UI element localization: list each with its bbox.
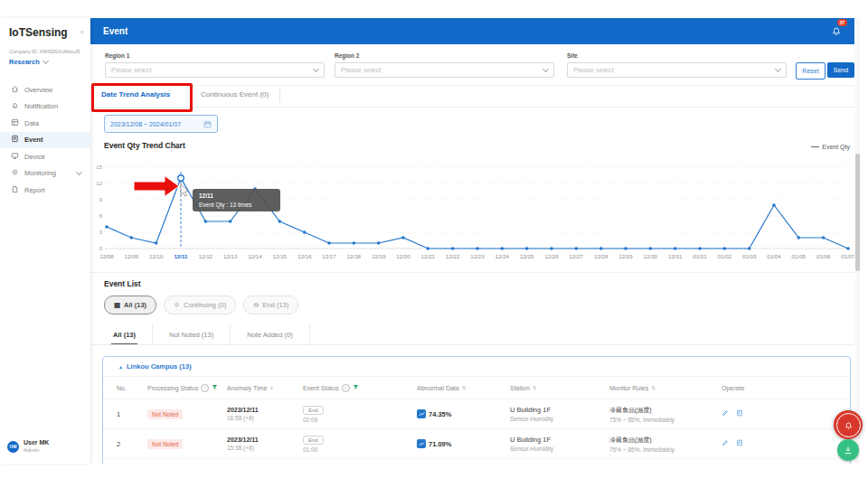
add-note-icon[interactable] (736, 409, 743, 418)
filter-pill-end-13[interactable]: ⊖End (13) (243, 296, 298, 314)
processing-status-badge: Not Noted (147, 439, 183, 449)
user-block[interactable]: UM User MK Admin (7, 439, 49, 454)
svg-text:3: 3 (99, 230, 103, 235)
column-header-station[interactable]: Station⇅ (510, 385, 609, 391)
sidebar-item-overview[interactable]: Overview (0, 81, 90, 99)
sort-caret-down-icon[interactable]: ∨ (269, 385, 273, 390)
add-note-icon[interactable] (736, 439, 743, 448)
table-group-header[interactable]: ▴ Linkou Campus (13) (103, 357, 850, 377)
legend-line-icon (811, 146, 819, 148)
tab-not-noted-13[interactable]: Not Noted (13) (153, 324, 231, 345)
bell-icon (11, 101, 19, 111)
sidebar-item-monitoring[interactable]: Monitoring (0, 165, 90, 183)
column-header-no: No. (103, 385, 147, 391)
column-header-event-status[interactable]: Event Statusi (303, 384, 417, 392)
tab-label: Not Noted (13) (169, 331, 213, 339)
pill-label: All (13) (124, 301, 146, 309)
scrollbar-thumb[interactable] (855, 154, 860, 271)
sidebar-item-report[interactable]: Report (0, 182, 90, 199)
sidebar-collapse-icon[interactable]: « (80, 28, 84, 36)
tab-note-added-0[interactable]: Note Added (0) (231, 324, 309, 345)
sidebar-item-data[interactable]: Data (0, 115, 90, 132)
svg-text:12: 12 (96, 181, 102, 186)
table-body: 1Not Noted2023/12/1116:58 (+8)End02:0974… (103, 399, 850, 464)
download-fab-button[interactable] (837, 439, 859, 461)
send-button[interactable]: Send (827, 62, 854, 78)
svg-text:01/04: 01/04 (767, 253, 781, 259)
svg-text:0: 0 (99, 246, 103, 251)
svg-text:12/21: 12/21 (421, 253, 436, 259)
column-header-anomaly-time[interactable]: Anomaly Time∨ (227, 385, 303, 391)
chevron-down-icon (775, 66, 781, 72)
column-header-abnormal-data[interactable]: Abnormal Data⇅ (417, 385, 510, 391)
svg-text:12/28: 12/28 (594, 253, 609, 259)
sort-icon[interactable]: ⇅ (462, 385, 467, 390)
svg-text:01/01: 01/01 (693, 253, 707, 259)
sort-icon[interactable]: ⇅ (651, 385, 656, 390)
region1-placeholder: Please select (111, 66, 152, 74)
annotation-red-arrow (134, 176, 179, 197)
download-icon (844, 446, 853, 455)
home-icon (11, 85, 19, 95)
sidebar-item-event[interactable]: Event (0, 132, 90, 149)
event-qty-trend-chart[interactable]: 0369121512/0812/0912/1012/1112/1212/1312… (90, 161, 854, 278)
processing-status-badge: Not Noted (147, 409, 183, 419)
operate-cell (722, 439, 850, 448)
filter-funnel-icon[interactable] (212, 384, 218, 391)
org-selector[interactable]: Research (9, 58, 90, 66)
org-name: Research (9, 58, 40, 66)
sidebar-item-device[interactable]: Device (0, 148, 90, 165)
notification-bell-button[interactable]: 37 (831, 23, 842, 40)
sidebar-item-notification[interactable]: Notification (0, 99, 90, 116)
edit-pencil-icon[interactable] (722, 409, 729, 418)
edit-pencil-icon[interactable] (722, 439, 729, 448)
alarm-bell-icon (844, 420, 854, 430)
date-range-value: 2023/12/08 ~ 2024/01/07 (110, 121, 181, 127)
tab-all-13[interactable]: All (13) (104, 324, 153, 345)
svg-text:12/30: 12/30 (644, 253, 658, 259)
alarm-fab-button[interactable] (834, 410, 863, 439)
site-select[interactable]: Please select (567, 62, 787, 78)
sidebar-item-label: Notification (24, 102, 58, 110)
sidebar-item-label: Device (24, 153, 45, 161)
svg-text:12/18: 12/18 (347, 253, 362, 259)
end-status-badge: End (303, 436, 324, 445)
region1-select[interactable]: Please select (105, 62, 325, 78)
svg-text:12/19: 12/19 (372, 253, 386, 259)
column-header-monitor-rules[interactable]: Monitor Rules⇅ (609, 385, 722, 391)
sort-icon[interactable]: ⇅ (533, 385, 537, 390)
tooltip-date: 12/11 (199, 192, 274, 199)
alarm-fab-ring (836, 413, 861, 437)
chart-legend: Event Qty (811, 144, 850, 150)
note-filter-tabs: All (13)Not Noted (13)Note Added (0) (104, 324, 310, 345)
report-icon (11, 185, 19, 195)
svg-text:12/17: 12/17 (322, 253, 336, 259)
column-header-processing-status[interactable]: Processing Statusi (147, 384, 227, 392)
svg-text:12/26: 12/26 (544, 253, 559, 259)
filter-pill-continuing-0[interactable]: Continuing (0) (164, 296, 236, 314)
tab-label: Note Added (0) (247, 331, 292, 339)
user-name: User MK (24, 439, 49, 446)
column-label: Operate (722, 385, 744, 391)
site-label: Site (567, 52, 578, 59)
collapse-caret-icon: ▴ (119, 363, 122, 370)
region2-select[interactable]: Please select (335, 62, 554, 78)
bell-icon (831, 25, 842, 36)
event-table: ▴ Linkou Campus (13) No.Processing Statu… (102, 356, 851, 464)
sidebar-item-label: Event (24, 136, 42, 144)
tab-continuous-event[interactable]: Continuous Event (0) (201, 90, 269, 99)
event-status-cell: End02:09 (303, 406, 417, 423)
svg-text:12/23: 12/23 (470, 253, 485, 259)
processing-status-cell: Not Noted (147, 439, 227, 449)
column-label: Anomaly Time (227, 385, 267, 391)
info-icon[interactable]: i (201, 384, 209, 392)
tab-date-trend-analysis[interactable]: Date Trend Analysis (101, 90, 170, 99)
filter-pill-all-13[interactable]: ▦All (13) (104, 296, 156, 314)
date-range-picker[interactable]: 2023/12/08 ~ 2024/01/07 (104, 115, 218, 133)
reset-button[interactable]: Reset (796, 62, 826, 80)
tab-label: All (13) (113, 331, 136, 339)
filter-funnel-icon[interactable] (353, 384, 359, 391)
end-status-badge: End (303, 406, 324, 415)
info-icon[interactable]: i (342, 384, 350, 392)
pill-label: Continuing (0) (184, 301, 226, 309)
